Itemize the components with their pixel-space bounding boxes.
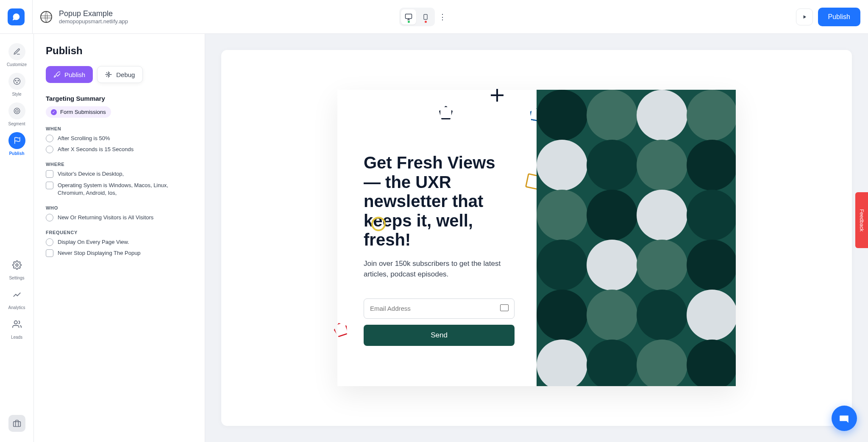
rule: Visitor's Device is Desktop, xyxy=(46,170,193,178)
project-title: Popup Example xyxy=(59,9,128,18)
status-dot-off xyxy=(425,21,427,23)
device-mobile-button[interactable] xyxy=(418,9,433,25)
preview-play-button[interactable] xyxy=(796,8,813,25)
check-icon: ✓ xyxy=(51,109,57,115)
more-menu-button[interactable]: ⋮ xyxy=(435,9,450,25)
rail-item-settings[interactable]: Settings xyxy=(5,257,29,280)
send-button[interactable]: Send xyxy=(364,325,515,346)
svg-point-8 xyxy=(17,82,17,83)
rail-item-toolbox[interactable] xyxy=(5,415,29,432)
palette-icon xyxy=(8,73,25,90)
chip-form-submissions[interactable]: ✓ Form Submissions xyxy=(46,106,111,118)
svg-point-6 xyxy=(15,80,16,81)
rail-item-segment[interactable]: Segment xyxy=(5,102,29,126)
top-bar: Popup Example demopopupsmart.netlify.app… xyxy=(0,0,868,34)
project-info: Popup Example demopopupsmart.netlify.app xyxy=(33,9,128,25)
svg-point-5 xyxy=(14,78,20,85)
decor-cross xyxy=(491,89,504,102)
globe-icon xyxy=(40,11,52,23)
rule: Display On Every Page View. xyxy=(46,238,193,246)
rail-label: Segment xyxy=(8,122,25,126)
svg-point-14 xyxy=(108,74,109,75)
project-domain: demopopupsmart.netlify.app xyxy=(59,18,128,25)
chip-label: Form Submissions xyxy=(60,109,106,115)
rule: Operating System is Windows, Macos, Linu… xyxy=(46,182,193,197)
phone-icon xyxy=(423,13,428,21)
rail-label: Style xyxy=(12,92,21,97)
users-icon xyxy=(8,316,25,333)
rule-text: New Or Returning Visitors is All Visitor… xyxy=(58,214,153,221)
tab-label: Debug xyxy=(116,71,135,78)
svg-point-7 xyxy=(18,80,19,81)
play-icon xyxy=(801,14,807,20)
tab-label: Publish xyxy=(64,71,85,78)
rocket-icon xyxy=(53,71,60,78)
os-icon xyxy=(46,182,53,189)
target-icon xyxy=(8,102,25,119)
bug-icon xyxy=(105,71,112,78)
mail-icon xyxy=(500,304,509,311)
user-icon xyxy=(46,214,53,221)
device-icon xyxy=(46,170,53,178)
sidebar-tabs: Publish Debug xyxy=(46,66,193,83)
section-where-heading: WHERE xyxy=(46,162,193,167)
chart-icon xyxy=(8,286,25,303)
preview-stage: × Get Fresh Views — the UXR newsletter t… xyxy=(221,50,852,426)
decor-pentagon-red xyxy=(332,321,349,338)
svg-point-9 xyxy=(14,108,20,114)
chat-bubble-icon xyxy=(11,12,21,22)
email-input[interactable] xyxy=(364,298,515,319)
svg-rect-0 xyxy=(406,14,412,19)
status-dot-on xyxy=(408,21,410,23)
popup-decor-panel xyxy=(537,90,736,386)
popup-preview: × Get Fresh Views — the UXR newsletter t… xyxy=(337,90,736,386)
rail-label: Customize xyxy=(7,62,27,67)
timer-icon xyxy=(46,146,53,153)
infinity-icon xyxy=(46,249,53,257)
nav-rail: Customize Style Segment Publish Setting xyxy=(0,34,34,442)
rule-text: After X Seconds is 15 Seconds xyxy=(58,146,134,153)
repeat-icon xyxy=(46,238,53,246)
rule-text: Operating System is Windows, Macos, Linu… xyxy=(58,182,193,197)
section-frequency-heading: FREQUENCY xyxy=(46,230,193,235)
rail-label: Leads xyxy=(11,335,22,340)
rail-item-publish[interactable]: Publish xyxy=(5,132,29,156)
rail-item-analytics[interactable]: Analytics xyxy=(5,286,29,310)
feedback-tab[interactable]: Feedback xyxy=(855,192,868,248)
popup-heading: Get Fresh Views — the UXR newsletter tha… xyxy=(364,153,515,250)
rule: New Or Returning Visitors is All Visitor… xyxy=(46,214,193,221)
device-preview-toggle xyxy=(399,8,435,26)
svg-rect-3 xyxy=(424,14,427,19)
section-when-heading: WHEN xyxy=(46,126,193,131)
rule: After Scrolling is 50% xyxy=(46,135,193,142)
svg-point-12 xyxy=(14,321,17,324)
brand-logo[interactable] xyxy=(8,8,25,25)
rail-item-leads[interactable]: Leads xyxy=(5,316,29,340)
rail-label: Publish xyxy=(9,151,24,156)
rule-text: After Scrolling is 50% xyxy=(58,135,110,142)
rule: Never Stop Displaying The Popup xyxy=(46,249,193,257)
tab-publish[interactable]: Publish xyxy=(46,66,93,83)
sidebar-header: Publish xyxy=(46,45,193,57)
publish-sidebar: Publish Publish Debug Targeting Summary … xyxy=(34,34,205,442)
svg-point-11 xyxy=(16,264,18,266)
rule-text: Display On Every Page View. xyxy=(58,238,129,246)
rocket-icon xyxy=(8,132,25,149)
decor-pentagon xyxy=(439,106,453,119)
popup-content: Get Fresh Views — the UXR newsletter tha… xyxy=(337,90,537,386)
rail-label: Settings xyxy=(9,276,24,280)
chat-fab[interactable] xyxy=(832,406,857,431)
rail-item-style[interactable]: Style xyxy=(5,73,29,97)
publish-button-top[interactable]: Publish xyxy=(818,8,860,26)
rail-item-customize[interactable]: Customize xyxy=(5,43,29,67)
svg-point-10 xyxy=(16,110,18,112)
device-desktop-button[interactable] xyxy=(401,9,416,25)
scroll-icon xyxy=(46,135,53,142)
rule: After X Seconds is 15 Seconds xyxy=(46,146,193,153)
gear-icon xyxy=(8,257,25,273)
decor-ring xyxy=(371,217,386,231)
targeting-summary-heading: Targeting Summary xyxy=(46,95,193,102)
preview-canvas: × Get Fresh Views — the UXR newsletter t… xyxy=(205,34,868,442)
pencil-icon xyxy=(8,43,25,60)
tab-debug[interactable]: Debug xyxy=(97,66,143,83)
